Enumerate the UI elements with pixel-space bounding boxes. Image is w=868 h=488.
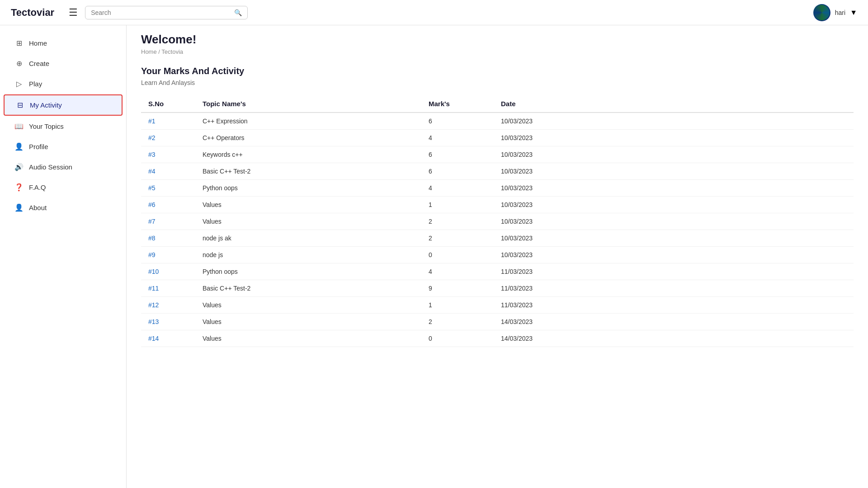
table-cell-topic-3: Basic C++ Test-2 [195, 163, 421, 180]
table-cell-marks-4: 4 [421, 180, 494, 197]
table-cell-date-7: 10/03/2023 [494, 230, 854, 247]
table-header-1: Topic Name's [195, 95, 421, 113]
sidebar-label-my-activity: My Activity [30, 101, 62, 109]
table-row: #11Basic C++ Test-2911/03/2023 [141, 280, 854, 297]
table-row: #6Values110/03/2023 [141, 197, 854, 213]
table-header-0: S.No [141, 95, 195, 113]
table-cell-topic-12: Values [195, 314, 421, 330]
table-cell-marks-11: 1 [421, 297, 494, 314]
sidebar-label-audio-session: Audio Session [29, 163, 72, 171]
main-content: Welcome! Home / Tectovia Your Marks And … [127, 25, 868, 488]
breadcrumb-home[interactable]: Home [141, 48, 157, 55]
sidebar-label-profile: Profile [29, 143, 48, 150]
table-row: #1C++ Expression610/03/2023 [141, 113, 854, 130]
table-cell-date-11: 11/03/2023 [494, 297, 854, 314]
table-cell-sno-5: #6 [141, 197, 195, 213]
sidebar-icon-your-topics: 📖 [14, 122, 24, 131]
avatar [813, 4, 830, 21]
table-cell-date-1: 10/03/2023 [494, 130, 854, 146]
search-icon: 🔍 [234, 9, 242, 16]
table-cell-topic-0: C++ Expression [195, 113, 421, 130]
sidebar-icon-create: ⊕ [14, 59, 24, 68]
table-cell-marks-0: 6 [421, 113, 494, 130]
table-cell-date-3: 10/03/2023 [494, 163, 854, 180]
table-cell-marks-1: 4 [421, 130, 494, 146]
header-right: hari ▼ [813, 4, 857, 21]
search-bar: 🔍 [85, 6, 248, 19]
username-label[interactable]: hari [835, 9, 845, 16]
section-subtitle: Learn And Anlaysis [141, 79, 854, 86]
table-cell-sno-10: #11 [141, 280, 195, 297]
table-row: #3Keywords c++610/03/2023 [141, 146, 854, 163]
sidebar-item-my-activity[interactable]: ⊟My Activity [4, 94, 123, 116]
sidebar-label-play: Play [29, 80, 42, 88]
table-cell-topic-4: Python oops [195, 180, 421, 197]
breadcrumb: Home / Tectovia [141, 48, 854, 55]
table-cell-sno-12: #13 [141, 314, 195, 330]
table-cell-topic-1: C++ Operators [195, 130, 421, 146]
sidebar-icon-home: ⊞ [14, 39, 24, 47]
sidebar-item-profile[interactable]: 👤Profile [4, 137, 123, 156]
table-cell-date-10: 11/03/2023 [494, 280, 854, 297]
table-row: #14Values014/03/2023 [141, 330, 854, 347]
sidebar-label-your-topics: Your Topics [29, 122, 64, 130]
sidebar-icon-my-activity: ⊟ [15, 101, 24, 109]
table-cell-marks-3: 6 [421, 163, 494, 180]
sidebar-label-create: Create [29, 60, 49, 67]
table-cell-sno-7: #8 [141, 230, 195, 247]
table-cell-sno-0: #1 [141, 113, 195, 130]
username-dropdown-icon[interactable]: ▼ [850, 9, 857, 17]
sidebar-item-home[interactable]: ⊞Home [4, 33, 123, 53]
table-header-2: Mark's [421, 95, 494, 113]
sidebar-item-faq[interactable]: ❓F.A.Q [4, 178, 123, 197]
table-cell-sno-11: #12 [141, 297, 195, 314]
sidebar-icon-play: ▷ [14, 80, 24, 88]
table-cell-date-4: 10/03/2023 [494, 180, 854, 197]
table-row: #13Values214/03/2023 [141, 314, 854, 330]
sidebar-icon-about: 👤 [14, 203, 24, 212]
breadcrumb-current: Tectovia [161, 48, 183, 55]
table-cell-date-6: 10/03/2023 [494, 213, 854, 230]
table-cell-topic-8: node js [195, 247, 421, 263]
page-title: Welcome! [141, 33, 854, 47]
table-cell-sno-8: #9 [141, 247, 195, 263]
table-row: #7Values210/03/2023 [141, 213, 854, 230]
layout: ⊞Home⊕Create▷Play⊟My Activity📖Your Topic… [0, 25, 868, 488]
sidebar-item-create[interactable]: ⊕Create [4, 54, 123, 73]
sidebar-item-play[interactable]: ▷Play [4, 74, 123, 94]
table-cell-marks-9: 4 [421, 263, 494, 280]
sidebar-label-about: About [29, 204, 47, 211]
table-cell-topic-13: Values [195, 330, 421, 347]
sidebar-item-about[interactable]: 👤About [4, 198, 123, 217]
table-cell-topic-5: Values [195, 197, 421, 213]
table-cell-marks-8: 0 [421, 247, 494, 263]
table-cell-sno-6: #7 [141, 213, 195, 230]
search-input[interactable] [91, 9, 231, 16]
table-row: #2C++ Operators410/03/2023 [141, 130, 854, 146]
table-cell-topic-11: Values [195, 297, 421, 314]
sidebar-label-faq: F.A.Q [29, 183, 46, 191]
sidebar-item-your-topics[interactable]: 📖Your Topics [4, 117, 123, 136]
section-title: Your Marks And Activity [141, 66, 854, 76]
table-cell-marks-10: 9 [421, 280, 494, 297]
hamburger-button[interactable]: ☰ [69, 8, 78, 18]
sidebar-icon-faq: ❓ [14, 183, 24, 192]
header: Tectoviar ☰ 🔍 hari ▼ [0, 0, 868, 25]
table-cell-marks-7: 2 [421, 230, 494, 247]
table-cell-sno-13: #14 [141, 330, 195, 347]
content-section: Your Marks And Activity Learn And Anlays… [127, 59, 868, 361]
table-cell-sno-4: #5 [141, 180, 195, 197]
table-cell-marks-5: 1 [421, 197, 494, 213]
sidebar-icon-audio-session: 🔊 [14, 163, 24, 171]
table-row: #10Python oops411/03/2023 [141, 263, 854, 280]
sidebar: ⊞Home⊕Create▷Play⊟My Activity📖Your Topic… [0, 25, 127, 488]
table-header-3: Date [494, 95, 854, 113]
table-row: #9node js010/03/2023 [141, 247, 854, 263]
table-cell-sno-3: #4 [141, 163, 195, 180]
table-cell-date-9: 11/03/2023 [494, 263, 854, 280]
table-cell-topic-9: Python oops [195, 263, 421, 280]
table-cell-date-5: 10/03/2023 [494, 197, 854, 213]
table-cell-topic-6: Values [195, 213, 421, 230]
avatar-globe [814, 5, 830, 20]
sidebar-item-audio-session[interactable]: 🔊Audio Session [4, 157, 123, 177]
